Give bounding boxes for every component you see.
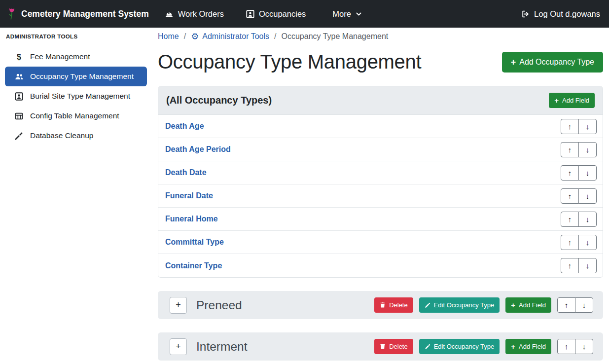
sidebar-item-config-table-management[interactable]: Config Table Management bbox=[5, 106, 147, 126]
sidebar-item-label: Burial Site Type Management bbox=[30, 92, 130, 101]
move-down-button[interactable]: ↓ bbox=[578, 212, 597, 227]
move-down-button[interactable]: ↓ bbox=[575, 297, 593, 313]
move-up-button[interactable]: ↑ bbox=[557, 297, 575, 313]
add-field-button[interactable]: + Add Field bbox=[505, 297, 551, 313]
nav-item-label: Work Orders bbox=[178, 9, 224, 19]
sidebar-item-label: Config Table Management bbox=[30, 111, 119, 120]
move-down-button[interactable]: ↓ bbox=[578, 235, 597, 250]
expand-button[interactable]: + bbox=[170, 338, 187, 355]
logout-icon bbox=[521, 10, 530, 18]
breadcrumb-separator: / bbox=[184, 32, 186, 41]
field-row: Death Date ↑ ↓ bbox=[158, 161, 603, 184]
app-brand[interactable]: Cemetery Management System bbox=[7, 7, 149, 21]
breadcrumb-separator: / bbox=[274, 32, 276, 41]
move-up-button[interactable]: ↑ bbox=[561, 212, 579, 227]
move-up-button[interactable]: ↑ bbox=[561, 142, 579, 157]
edit-occupancy-type-button[interactable]: Edit Occupancy Type bbox=[419, 339, 500, 354]
sidebar-item-label: Database Cleanup bbox=[30, 131, 93, 140]
move-down-button[interactable]: ↓ bbox=[575, 339, 593, 354]
add-field-button[interactable]: + Add Field bbox=[505, 339, 551, 354]
gear-icon: ⚙ bbox=[191, 32, 199, 41]
sidebar-item-database-cleanup[interactable]: Database Cleanup bbox=[5, 126, 147, 146]
nav-item-label: More bbox=[332, 9, 351, 19]
logout-link[interactable]: Log Out d.gowans bbox=[521, 9, 600, 19]
add-field-button[interactable]: + Add Field bbox=[549, 93, 595, 108]
edit-occupancy-type-button[interactable]: Edit Occupancy Type bbox=[419, 297, 500, 313]
sidebar-item-occupancy-type-management[interactable]: Occupancy Type Management bbox=[5, 67, 147, 86]
reorder-buttons: ↑ ↓ bbox=[561, 235, 597, 250]
reorder-buttons: ↑ ↓ bbox=[561, 165, 597, 181]
field-row: Funeral Home ↑ ↓ bbox=[158, 208, 603, 231]
add-occupancy-type-button[interactable]: + Add Occupancy Type bbox=[502, 52, 603, 73]
flower-logo-icon bbox=[7, 7, 17, 21]
sidebar-item-burial-site-type-management[interactable]: Burial Site Type Management bbox=[5, 86, 147, 106]
field-link[interactable]: Death Date bbox=[165, 168, 207, 177]
nav-occupancies[interactable]: Occupancies bbox=[246, 9, 310, 19]
section-actions: Delete Edit Occupancy Type + Add Field ↑… bbox=[374, 297, 593, 313]
reorder-buttons: ↑ ↓ bbox=[561, 188, 597, 204]
plus-icon: + bbox=[511, 58, 516, 67]
move-up-button[interactable]: ↑ bbox=[561, 119, 579, 134]
sidebar-item-label: Fee Management bbox=[30, 52, 90, 61]
field-link[interactable]: Committal Type bbox=[165, 238, 224, 247]
breadcrumb: Home / ⚙ Administrator Tools / Occupancy… bbox=[158, 32, 603, 41]
field-link[interactable]: Death Age bbox=[165, 122, 204, 131]
sidebar-item-label: Occupancy Type Management bbox=[30, 72, 134, 81]
field-link[interactable]: Funeral Date bbox=[165, 191, 213, 200]
field-link[interactable]: Funeral Home bbox=[165, 215, 218, 223]
delete-button[interactable]: Delete bbox=[374, 297, 413, 313]
delete-button[interactable]: Delete bbox=[374, 339, 413, 354]
move-up-button[interactable]: ↑ bbox=[557, 339, 575, 354]
nav-work-orders[interactable]: Work Orders bbox=[165, 9, 228, 19]
move-down-button[interactable]: ↓ bbox=[578, 165, 597, 181]
chevron-down-icon bbox=[356, 11, 362, 17]
plus-icon: + bbox=[554, 97, 559, 104]
plus-icon: + bbox=[511, 343, 515, 350]
move-up-button[interactable]: ↑ bbox=[561, 258, 579, 273]
move-up-button[interactable]: ↑ bbox=[561, 188, 579, 204]
navbar-menu: Work Orders Occupancies More bbox=[165, 9, 362, 19]
dollar-icon: $ bbox=[14, 53, 24, 61]
field-link[interactable]: Container Type bbox=[165, 261, 222, 270]
move-down-button[interactable]: ↓ bbox=[578, 119, 597, 134]
pencil-icon bbox=[425, 302, 430, 308]
page-header: Occupancy Type Management + Add Occupanc… bbox=[158, 51, 603, 73]
app-title: Cemetery Management System bbox=[21, 9, 149, 19]
occupancy-type-sections: + Preneed Delete Edit Occupancy Type + A… bbox=[158, 291, 603, 361]
section-title: Interment bbox=[196, 340, 248, 354]
users-icon bbox=[14, 73, 24, 81]
sidebar-item-fee-management[interactable]: $ Fee Management bbox=[5, 47, 147, 67]
breadcrumb-administrator-tools-link[interactable]: ⚙ Administrator Tools bbox=[191, 32, 269, 41]
field-link[interactable]: Death Age Period bbox=[165, 145, 231, 154]
sidebar: ADMINISTRATOR TOOLS $ Fee Management Occ… bbox=[0, 28, 152, 364]
reorder-buttons: ↑ ↓ bbox=[561, 142, 597, 157]
nav-more[interactable]: More bbox=[328, 9, 362, 19]
card-title: (All Occupancy Types) bbox=[166, 95, 272, 106]
trash-icon bbox=[380, 302, 386, 308]
svg-text:$: $ bbox=[17, 53, 21, 61]
card-header: (All Occupancy Types) + Add Field bbox=[158, 86, 603, 115]
field-row: Container Type ↑ ↓ bbox=[158, 254, 603, 277]
all-occupancy-types-card: (All Occupancy Types) + Add Field Death … bbox=[158, 86, 603, 278]
table-icon bbox=[14, 112, 24, 120]
move-up-button[interactable]: ↑ bbox=[561, 165, 579, 181]
trash-icon bbox=[380, 343, 386, 350]
page-title: Occupancy Type Management bbox=[158, 51, 421, 73]
nav-item-label: Occupancies bbox=[259, 9, 306, 19]
move-down-button[interactable]: ↓ bbox=[578, 188, 597, 204]
sidebar-menu: $ Fee Management Occupancy Type Manageme… bbox=[0, 47, 152, 146]
expand-button[interactable]: + bbox=[170, 297, 187, 314]
plus-icon: + bbox=[511, 301, 515, 309]
reorder-buttons: ↑ ↓ bbox=[557, 297, 593, 313]
reorder-buttons: ↑ ↓ bbox=[561, 258, 597, 273]
reorder-buttons: ↑ ↓ bbox=[561, 212, 597, 227]
move-down-button[interactable]: ↓ bbox=[578, 142, 597, 157]
broom-icon bbox=[14, 132, 24, 140]
move-up-button[interactable]: ↑ bbox=[561, 235, 579, 250]
section-actions: Delete Edit Occupancy Type + Add Field ↑… bbox=[374, 339, 593, 354]
breadcrumb-home-link[interactable]: Home bbox=[158, 32, 179, 41]
section-title: Preneed bbox=[196, 298, 242, 312]
section-interment: + Interment Delete Edit Occupancy Type +… bbox=[158, 332, 603, 361]
field-row: Death Age ↑ ↓ bbox=[158, 115, 603, 138]
move-down-button[interactable]: ↓ bbox=[578, 258, 597, 273]
